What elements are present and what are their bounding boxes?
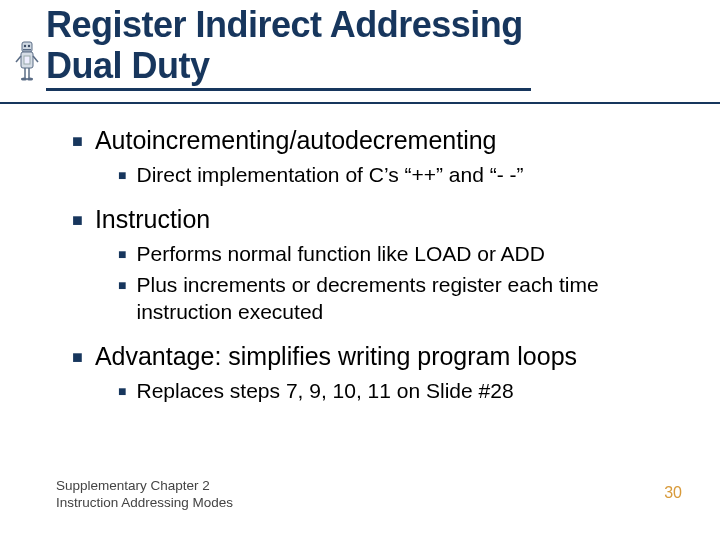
- bullet-text: Autoincrementing/autodecrementing: [95, 124, 497, 156]
- sub-bullet-text: Plus increments or decrements register e…: [136, 272, 680, 326]
- svg-line-6: [16, 56, 21, 62]
- bullet-item: ■ Instruction ■ Performs normal function…: [72, 203, 680, 326]
- svg-point-2: [28, 45, 30, 47]
- svg-line-7: [33, 56, 38, 62]
- title-line-1: Register Indirect Addressing: [46, 4, 523, 45]
- sub-bullet-item: ■ Replaces steps 7, 9, 10, 11 on Slide #…: [118, 378, 680, 405]
- page-number: 30: [664, 484, 682, 502]
- sub-bullet-item: ■ Performs normal function like LOAD or …: [118, 241, 680, 268]
- svg-point-11: [27, 78, 33, 81]
- sub-bullet-text: Performs normal function like LOAD or AD…: [136, 241, 680, 268]
- square-bullet-icon: ■: [118, 246, 126, 264]
- sub-bullet-text: Replaces steps 7, 9, 10, 11 on Slide #28: [136, 378, 680, 405]
- slide-title: Register Indirect Addressing Dual Duty: [46, 4, 531, 91]
- square-bullet-icon: ■: [72, 130, 83, 153]
- mascot-icon: [14, 38, 40, 82]
- sub-bullet-item: ■ Direct implementation of C’s “++” and …: [118, 162, 680, 189]
- square-bullet-icon: ■: [72, 346, 83, 369]
- bullet-item: ■ Advantage: simplifies writing program …: [72, 340, 680, 405]
- sub-bullet-text: Direct implementation of C’s “++” and “-…: [136, 162, 680, 189]
- svg-point-1: [24, 45, 26, 47]
- square-bullet-icon: ■: [72, 209, 83, 232]
- sub-bullet-item: ■ Plus increments or decrements register…: [118, 272, 680, 326]
- bullet-text: Advantage: simplifies writing program lo…: [95, 340, 577, 372]
- footer-text: Supplementary Chapter 2 Instruction Addr…: [56, 478, 233, 512]
- square-bullet-icon: ■: [118, 383, 126, 401]
- horizontal-rule: [0, 102, 720, 104]
- title-line-2: Dual Duty: [46, 45, 523, 86]
- svg-rect-3: [23, 49, 31, 51]
- svg-point-10: [21, 78, 27, 81]
- bullet-text: Instruction: [95, 203, 210, 235]
- svg-rect-5: [24, 56, 30, 64]
- content-body: ■ Autoincrementing/autodecrementing ■ Di…: [72, 124, 680, 418]
- square-bullet-icon: ■: [118, 167, 126, 185]
- footer-line-1: Supplementary Chapter 2: [56, 478, 233, 495]
- bullet-item: ■ Autoincrementing/autodecrementing ■ Di…: [72, 124, 680, 189]
- footer-line-2: Instruction Addressing Modes: [56, 495, 233, 512]
- square-bullet-icon: ■: [118, 277, 126, 295]
- slide: Register Indirect Addressing Dual Duty ■…: [0, 0, 720, 540]
